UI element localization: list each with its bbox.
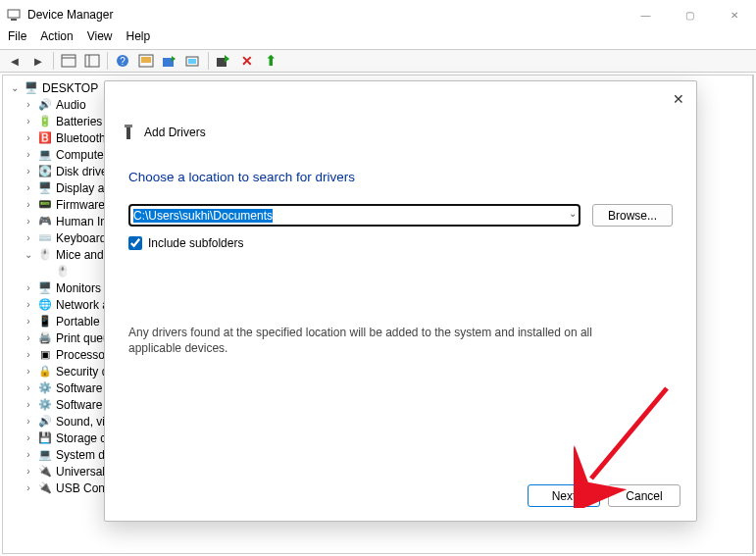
expand-icon[interactable] xyxy=(23,466,34,477)
expand-icon[interactable] xyxy=(23,249,34,260)
expand-icon[interactable] xyxy=(23,116,34,126)
window-title: Device Manager xyxy=(27,8,113,22)
menu-file[interactable]: File xyxy=(8,29,26,49)
device-category-icon: 🔋 xyxy=(37,114,53,129)
tree-item-label: Bluetooth xyxy=(56,131,106,145)
back-button[interactable]: ◄ xyxy=(4,51,25,71)
device-category-icon: 🎮 xyxy=(37,214,53,229)
device-category-icon: 💾 xyxy=(37,430,53,446)
expand-icon[interactable] xyxy=(23,166,34,177)
update-driver-button[interactable] xyxy=(159,51,180,71)
titlebar: Device Manager — ▢ ✕ xyxy=(0,0,756,29)
dialog-heading: Choose a location to search for drivers xyxy=(105,140,696,204)
driver-icon xyxy=(121,125,136,140)
expand-icon[interactable] xyxy=(23,99,34,110)
expand-icon[interactable] xyxy=(23,232,34,243)
device-category-icon: 🖥️ xyxy=(37,180,53,196)
forward-button[interactable]: ► xyxy=(27,51,49,71)
scan-button[interactable] xyxy=(135,51,157,71)
device-category-icon: 🔌 xyxy=(37,480,53,496)
path-row: ⌄ Browse... xyxy=(105,204,696,227)
computer-icon: 🖥️ xyxy=(24,80,39,96)
expand-icon[interactable] xyxy=(23,332,34,343)
expand-icon[interactable] xyxy=(23,316,34,327)
expand-icon[interactable] xyxy=(9,82,21,93)
dialog-title: Add Drivers xyxy=(144,126,206,139)
expand-icon[interactable] xyxy=(23,132,34,143)
expand-icon[interactable] xyxy=(23,449,34,460)
path-input[interactable] xyxy=(128,204,580,227)
device-category-icon: ⚙️ xyxy=(37,380,53,396)
tree-item-label: Computer xyxy=(56,148,108,162)
menu-help[interactable]: Help xyxy=(126,29,151,49)
device-category-icon: 🅱️ xyxy=(37,130,53,146)
device-category-icon: ⚙️ xyxy=(37,397,53,413)
chevron-down-icon[interactable]: ⌄ xyxy=(569,208,577,219)
device-category-icon: 🔌 xyxy=(37,464,53,480)
dialog-description: Any drivers found at the specified locat… xyxy=(105,250,696,356)
expand-icon[interactable] xyxy=(23,282,34,293)
maximize-button[interactable]: ▢ xyxy=(668,0,712,29)
svg-rect-15 xyxy=(125,125,132,127)
device-category-icon: 🖱️ xyxy=(55,264,71,279)
expand-icon[interactable] xyxy=(23,382,34,393)
expand-icon[interactable] xyxy=(23,366,34,377)
device-category-icon: 🖨️ xyxy=(37,330,53,346)
expand-icon[interactable] xyxy=(23,399,34,410)
menu-view[interactable]: View xyxy=(87,29,113,49)
svg-rect-1 xyxy=(11,19,17,21)
next-button[interactable]: Next xyxy=(528,484,600,507)
close-button[interactable]: ✕ xyxy=(712,0,756,29)
expand-icon[interactable] xyxy=(23,299,34,310)
device-category-icon: 💻 xyxy=(37,147,53,163)
enable-button[interactable]: ⬆ xyxy=(260,51,281,71)
svg-rect-14 xyxy=(126,126,130,139)
device-category-icon: ⌨️ xyxy=(37,230,53,246)
minimize-button[interactable]: — xyxy=(624,0,668,29)
toolbar-separator xyxy=(208,52,209,70)
uninstall-button[interactable] xyxy=(182,51,204,71)
expand-icon[interactable] xyxy=(23,182,34,193)
device-category-icon: 🔊 xyxy=(37,97,53,113)
show-hidden-button[interactable] xyxy=(58,51,79,71)
svg-rect-9 xyxy=(141,57,151,63)
include-subfolders-checkbox[interactable] xyxy=(128,236,142,250)
expand-icon[interactable] xyxy=(23,149,34,160)
expand-icon[interactable] xyxy=(23,482,34,493)
device-category-icon: 📟 xyxy=(37,197,53,213)
add-driver-button[interactable] xyxy=(213,51,234,71)
expand-icon[interactable] xyxy=(23,416,34,427)
device-category-icon: 💻 xyxy=(37,447,53,463)
window-controls: — ▢ ✕ xyxy=(624,0,756,29)
expand-icon[interactable] xyxy=(23,349,34,360)
toolbar-separator xyxy=(53,52,54,70)
expand-icon[interactable] xyxy=(23,216,34,227)
svg-rect-12 xyxy=(188,59,196,64)
svg-rect-0 xyxy=(8,10,20,18)
cancel-button[interactable]: Cancel xyxy=(608,484,680,507)
menubar: File Action View Help xyxy=(0,29,756,49)
include-subfolders-row: Include subfolders xyxy=(105,227,696,250)
tree-root-label: DESKTOP xyxy=(42,81,98,95)
device-category-icon: 📱 xyxy=(37,314,53,329)
svg-text:?: ? xyxy=(120,56,126,67)
dialog-footer: Next Cancel xyxy=(528,484,680,507)
device-category-icon: 🖱️ xyxy=(37,247,53,263)
help-button[interactable]: ? xyxy=(112,51,133,71)
tree-item-label: Batteries xyxy=(56,115,102,128)
svg-rect-4 xyxy=(85,55,99,67)
device-category-icon: 🌐 xyxy=(37,297,53,313)
tree-item-label: Audio xyxy=(56,98,86,112)
menu-action[interactable]: Action xyxy=(40,29,73,49)
tree-item-label: Firmware xyxy=(56,198,105,212)
expand-icon[interactable] xyxy=(23,432,34,443)
expand-icon[interactable] xyxy=(23,199,34,210)
add-drivers-dialog: ✕ Add Drivers Choose a location to searc… xyxy=(104,80,697,522)
path-combobox[interactable]: ⌄ xyxy=(128,204,580,227)
device-category-icon: 🖥️ xyxy=(37,280,53,296)
dialog-close-button[interactable]: ✕ xyxy=(673,91,684,107)
browse-button[interactable]: Browse... xyxy=(592,204,673,227)
disable-button[interactable]: ✕ xyxy=(236,51,258,71)
dialog-header: Add Drivers xyxy=(105,81,696,140)
properties-button[interactable] xyxy=(81,51,103,71)
